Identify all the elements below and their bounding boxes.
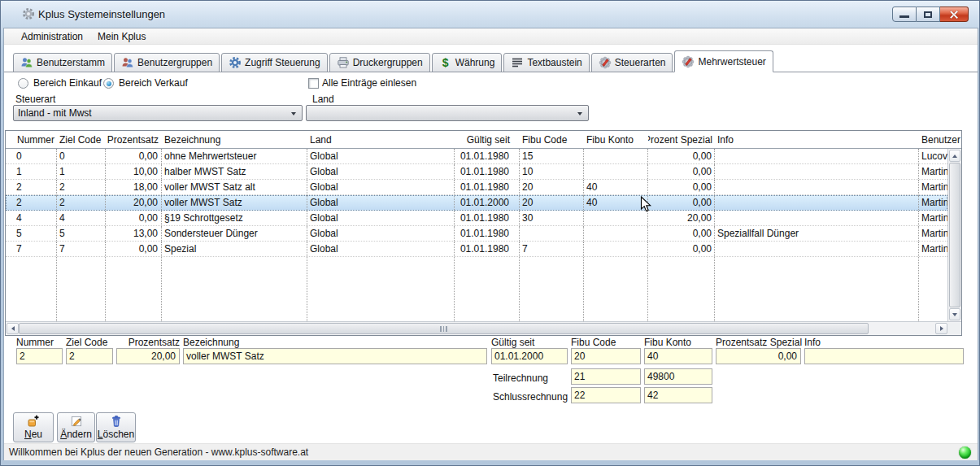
prozentsatz-field[interactable]: 20,00 (116, 348, 180, 364)
tab-waehrung[interactable]: $Währung (432, 53, 503, 72)
table-cell (715, 257, 919, 321)
land-dropdown[interactable] (306, 105, 589, 121)
tab-textbaustein[interactable]: Textbaustein (503, 53, 589, 72)
table-row[interactable]: 2220,00voller MWST SatzGlobal01.01.20002… (6, 195, 947, 211)
nummer-label: Nummer (16, 337, 63, 347)
table-cell: Speziallfall Dünger (715, 226, 919, 241)
column-header-prozentsatz[interactable]: Prozentsatz (106, 131, 162, 148)
table-row[interactable]: 1110,00halber MWST SatzGlobal01.01.19801… (6, 164, 947, 180)
table-cell: 2 (6, 180, 57, 194)
column-header-fibu-code[interactable]: Fibu Code (520, 131, 584, 148)
table-row[interactable]: 2218,00voller MWST Satz altGlobal01.01.1… (6, 180, 947, 195)
detail-form: Nummer2 Ziel Code2 Prozentsatz20,00 Beze… (4, 337, 978, 412)
column-header-info[interactable]: Info (715, 131, 919, 148)
aendern-button[interactable]: Ändern (57, 412, 95, 442)
checkbox-alle-eintraege[interactable] (308, 78, 319, 89)
users-green-icon (20, 56, 33, 69)
table-cell: Lucovic (919, 149, 947, 163)
column-header-ziel-code[interactable]: Ziel Code (57, 131, 106, 148)
maximize-button[interactable] (917, 7, 940, 22)
gueltig-seit-field[interactable]: 01.01.2000 (491, 348, 568, 364)
info-field[interactable] (804, 348, 964, 364)
fibu-konto-field[interactable]: 40 (644, 348, 712, 364)
radio-bereich-verkauf[interactable] (103, 78, 114, 89)
column-header-benutzer[interactable]: Benutzer (919, 131, 961, 148)
trash-icon (110, 415, 123, 428)
table-cell: 7 (57, 242, 106, 256)
client-area: Administration Mein Kplus BenutzerstammB… (3, 28, 978, 460)
table-cell: 01.01.1980 (455, 149, 520, 163)
tab-zugriff-steuerung[interactable]: Zugriff Steuerung (221, 53, 328, 72)
table-cell (584, 211, 648, 225)
close-button[interactable] (940, 7, 969, 22)
land-label: Land (312, 94, 334, 105)
column-header-gueltig-seit[interactable]: Gültig seit (455, 131, 520, 148)
menu-mein-kplus[interactable]: Mein Kplus (90, 29, 153, 44)
table-cell: ohne Mehrwertsteuer (162, 149, 307, 163)
horizontal-scroll-track[interactable] (869, 323, 935, 334)
steuerart-dropdown-value: Inland - mit Mwst (18, 107, 92, 119)
menu-administration[interactable]: Administration (14, 29, 90, 44)
vertical-scroll-thumb[interactable] (949, 163, 960, 307)
tab-benutzergruppen[interactable]: Benutzergruppen (114, 53, 220, 72)
table-cell: 2 (57, 195, 106, 210)
scroll-up-button[interactable] (949, 150, 960, 162)
bezeichnung-field[interactable]: voller MWST Satz (183, 348, 487, 364)
table-cell: 01.01.1980 (455, 242, 520, 256)
table-row[interactable]: 000,00ohne MehrwertsteuerGlobal01.01.198… (6, 149, 947, 164)
table-cell: 0 (57, 149, 106, 163)
table-cell: Global (307, 149, 455, 163)
prozentsatz-spezial-field[interactable]: 0,00 (716, 348, 801, 364)
tab-label: Textbaustein (527, 57, 581, 68)
vertical-scrollbar[interactable] (947, 149, 961, 321)
table-cell: 5 (6, 226, 57, 241)
dollar-icon: $ (439, 56, 452, 69)
column-header-bezeichnung[interactable]: Bezeichnung (162, 131, 307, 148)
table-cell: 0,00 (648, 242, 715, 256)
users-red-icon (121, 56, 134, 69)
table-row[interactable]: 770,00SpezialGlobal01.01.198070,00Martin… (6, 242, 947, 257)
table-cell (715, 211, 919, 225)
teilrechnung-fibu-konto-field[interactable]: 49800 (644, 368, 712, 385)
table-row[interactable]: 440,00§19 SchrottgesetzGlobal01.01.19803… (6, 211, 947, 226)
column-header-nummer[interactable]: Nummer (6, 131, 57, 148)
column-header-fibu-konto[interactable]: Fibu Konto (584, 131, 648, 148)
loeschen-button[interactable]: Löschen (96, 412, 136, 442)
minimize-button[interactable] (892, 7, 917, 22)
neu-button[interactable]: Neu (13, 412, 54, 442)
tab-mehrwertsteuer[interactable]: Mehrwertsteuer (674, 50, 773, 72)
tab-benutzerstamm[interactable]: Benutzerstamm (13, 53, 112, 72)
table-row[interactable]: 5513,00Sondersteuer DüngerGlobal01.01.19… (6, 226, 947, 242)
app-gear-icon (22, 7, 35, 20)
teilrechnung-fibu-code-field[interactable]: 21 (571, 368, 641, 385)
schlussrechnung-fibu-konto-field[interactable]: 42 (644, 387, 712, 403)
scroll-down-button[interactable] (949, 308, 960, 320)
table-cell (520, 257, 584, 321)
title-bar[interactable]: Kplus Systemeinstellungen (1, 1, 979, 28)
ziel-code-field[interactable]: 2 (66, 348, 113, 364)
tab-druckergruppen[interactable]: Druckergruppen (329, 53, 430, 72)
column-header-land[interactable]: Land (307, 131, 455, 148)
scrollbar-corner (947, 323, 960, 334)
gear-blue-icon (229, 56, 242, 69)
radio-bereich-einkauf[interactable] (18, 78, 28, 89)
table-cell: Global (307, 180, 455, 194)
tab-steuerarten[interactable]: Steuerarten (591, 53, 673, 72)
fibu-code-field[interactable]: 20 (571, 348, 641, 364)
horizontal-scroll-thumb[interactable] (19, 323, 869, 334)
printer-icon (337, 56, 350, 69)
text-lines-icon (511, 56, 524, 69)
table-cell (307, 257, 455, 321)
horizontal-scrollbar[interactable] (6, 321, 961, 335)
table-cell (715, 195, 919, 210)
scroll-right-button[interactable] (935, 323, 947, 334)
tax-rosette-icon (682, 55, 695, 68)
table-cell: 7 (520, 242, 584, 256)
schlussrechnung-fibu-code-field[interactable]: 22 (571, 387, 641, 403)
nummer-field[interactable]: 2 (16, 348, 63, 364)
minimize-icon (899, 15, 909, 18)
steuerart-dropdown[interactable]: Inland - mit Mwst (13, 105, 303, 121)
tab-label: Mehrwertsteuer (698, 56, 765, 68)
scroll-left-button[interactable] (7, 323, 19, 334)
column-header-prozent-spezial[interactable]: Prozent Spezial (648, 131, 715, 148)
